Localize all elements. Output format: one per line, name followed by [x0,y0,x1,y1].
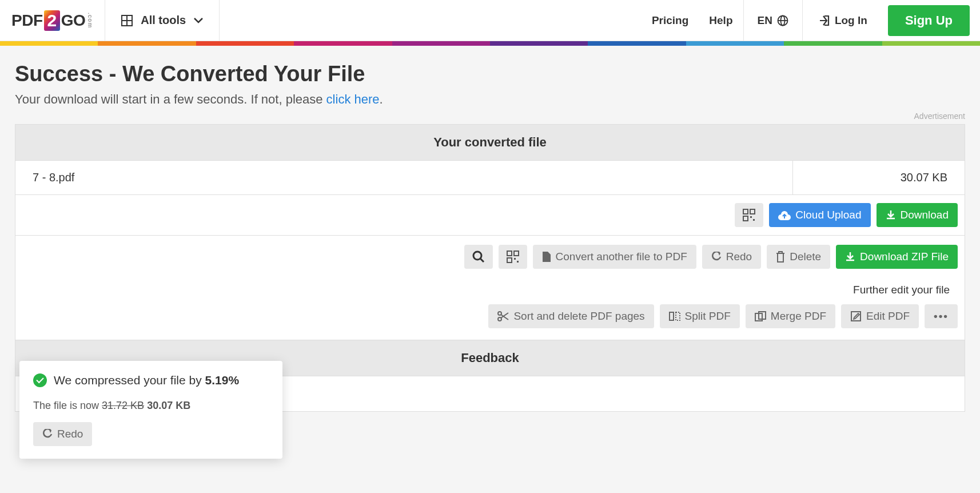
trash-icon [776,251,785,263]
compression-toast: We compressed your file by 5.19% The fil… [19,361,282,428]
lang-label: EN [758,14,772,27]
more-icon: ••• [934,310,949,323]
download-label: Download [901,209,949,221]
download-zip-label: Download ZIP File [860,251,949,263]
redo-icon [711,252,722,262]
logo-pdf: PDF [11,11,43,30]
signup-button[interactable]: Sign Up [888,5,970,36]
toast-subtitle: The file is now 31.72 KB 30.07 KB [33,400,269,412]
pricing-link[interactable]: Pricing [642,14,699,27]
language-selector[interactable]: EN [743,0,803,41]
login-icon [819,15,830,26]
edit-icon [850,311,862,322]
svg-rect-14 [514,251,519,256]
delete-button[interactable]: Delete [767,245,830,269]
file-row: 7 - 8.pdf 30.07 KB [15,161,965,195]
further-edit-label: Further edit your file [15,278,965,299]
svg-rect-6 [743,209,748,214]
logo-go: GO [61,11,86,30]
edit-label: Edit PDF [866,310,910,323]
download-icon [886,210,896,220]
svg-point-11 [473,252,481,260]
merge-icon [755,311,766,321]
qr-icon [743,209,755,221]
svg-rect-22 [670,312,674,320]
svg-rect-23 [676,312,680,320]
cloud-upload-label: Cloud Upload [795,209,861,221]
login-button[interactable]: Log In [803,14,883,27]
all-tools-label: All tools [141,14,186,27]
check-icon [33,373,47,387]
header: PDF 2 GO .com All tools Pricing Help EN … [0,0,980,41]
page-subtitle: Your download will start in a few second… [15,92,965,107]
svg-rect-13 [507,251,512,256]
toast-message: We compressed your file by 5.19% [33,373,269,387]
svg-rect-10 [753,219,755,221]
convert-another-label: Convert another file to PDF [556,251,687,263]
split-label: Split PDF [685,310,731,323]
scissors-icon [497,311,509,321]
page-title: Success - We Converted Your File [15,62,965,86]
rainbow-divider [0,41,980,46]
more-button[interactable]: ••• [925,304,958,328]
edit-row: Sort and delete PDF pages Split PDF Merg… [15,299,965,340]
toast-redo-button[interactable]: Redo [33,422,92,428]
convert-another-button[interactable]: Convert another file to PDF [533,245,696,269]
card-header: Your converted file [15,125,965,161]
download-button[interactable]: Download [877,203,958,227]
file-action-row: Cloud Upload Download [15,195,965,236]
qr-all-button[interactable] [499,245,527,269]
sort-delete-button[interactable]: Sort and delete PDF pages [488,304,654,328]
qr-code-button[interactable] [735,203,763,227]
logo-two: 2 [44,10,60,31]
toolbar-row: Convert another file to PDF Redo Delete … [15,236,965,278]
sort-delete-label: Sort and delete PDF pages [513,310,644,323]
svg-rect-8 [743,216,748,221]
cloud-upload-button[interactable]: Cloud Upload [769,203,870,227]
qr-icon [507,251,519,263]
svg-rect-9 [750,216,752,218]
logo-com: .com [87,13,93,28]
svg-line-12 [480,259,484,262]
cloud-upload-icon [778,210,791,220]
redo-button[interactable]: Redo [702,245,761,269]
advertisement-label: Advertisement [15,112,965,121]
all-tools-dropdown[interactable]: All tools [105,0,220,41]
chevron-down-icon [194,18,203,23]
file-icon [542,251,551,263]
svg-rect-16 [514,258,516,260]
search-icon [472,251,485,263]
split-icon [669,311,680,321]
file-size: 30.07 KB [793,161,965,194]
split-pdf-button[interactable]: Split PDF [660,304,740,328]
merge-pdf-button[interactable]: Merge PDF [746,304,835,328]
search-button[interactable] [464,245,493,269]
redo-label: Redo [726,251,752,263]
globe-icon [777,15,788,26]
svg-rect-15 [507,258,512,263]
delete-label: Delete [790,251,821,263]
svg-rect-17 [517,261,519,263]
edit-pdf-button[interactable]: Edit PDF [841,304,919,328]
svg-rect-7 [750,209,755,214]
merge-label: Merge PDF [771,310,826,323]
help-link[interactable]: Help [699,14,743,27]
login-label: Log In [835,14,867,27]
click-here-link[interactable]: click here [326,92,380,106]
download-zip-button[interactable]: Download ZIP File [836,245,958,269]
download-icon [845,252,855,262]
file-name: 7 - 8.pdf [15,161,793,194]
logo[interactable]: PDF 2 GO .com [0,0,105,41]
grid-icon [121,15,133,26]
